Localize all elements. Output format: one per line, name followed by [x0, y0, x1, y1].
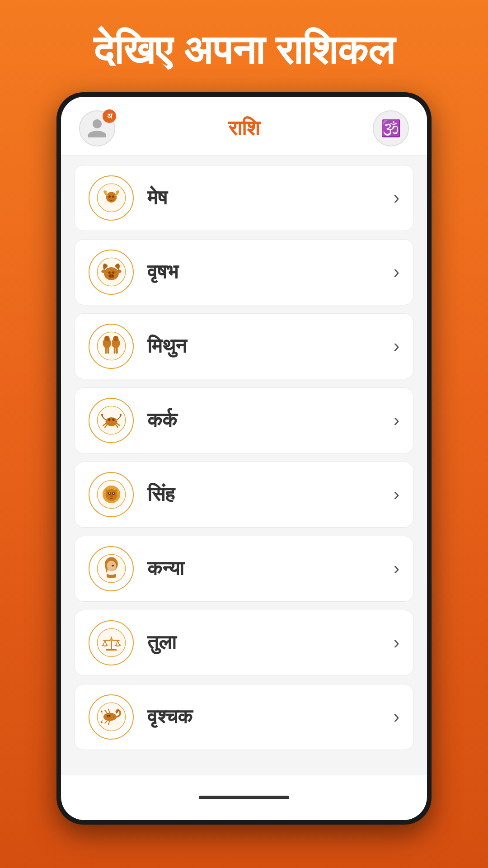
svg-point-57: [107, 715, 108, 717]
svg-point-10: [108, 274, 114, 278]
page-title: राशि: [228, 116, 260, 141]
svg-point-52: [103, 712, 116, 721]
svg-point-35: [109, 493, 110, 494]
rashi-icon-sinh: [89, 472, 134, 517]
chevron-vrishchak: ›: [394, 707, 399, 727]
svg-point-58: [108, 715, 110, 717]
svg-point-15: [104, 336, 109, 341]
rashi-icon-kark: [89, 398, 134, 443]
rashi-item-kark[interactable]: कर्क ›: [75, 387, 413, 453]
svg-rect-21: [116, 348, 117, 354]
rashi-item-tula[interactable]: तुला ›: [75, 610, 413, 676]
svg-point-1: [106, 192, 116, 203]
bottom-nav: [61, 775, 427, 820]
chevron-kanya: ›: [394, 558, 399, 579]
rashi-icon-kanya: [89, 546, 134, 591]
rashi-name-mithun: मिथुन: [147, 335, 380, 358]
svg-rect-44: [106, 649, 116, 651]
svg-point-40: [107, 561, 116, 571]
svg-point-2: [108, 195, 111, 198]
om-symbol: 🕉️: [381, 119, 401, 138]
rashi-item-kanya[interactable]: कन्या ›: [75, 536, 413, 602]
svg-point-13: [97, 332, 125, 360]
chevron-kark: ›: [394, 410, 399, 430]
svg-point-3: [112, 195, 114, 198]
svg-rect-19: [107, 348, 109, 354]
svg-point-37: [110, 495, 113, 497]
svg-point-50: [110, 638, 113, 642]
rashi-name-mesh: मेष: [147, 186, 380, 209]
top-bar: अ राशि 🕉️: [61, 97, 427, 156]
profile-button[interactable]: अ: [79, 110, 115, 146]
chevron-vrishabh: ›: [394, 262, 399, 282]
svg-point-12: [112, 275, 113, 277]
rashi-icon-mithun: [89, 324, 134, 369]
rashi-icon-vrishchak: [89, 694, 134, 740]
chevron-sinh: ›: [394, 484, 399, 505]
rashi-item-vrishabh[interactable]: वृषभ ›: [75, 239, 413, 305]
phone-screen: अ राशि 🕉️: [61, 97, 427, 820]
header-section: देखिए अपना राशिकल: [75, 0, 413, 92]
rashi-item-sinh[interactable]: सिंह ›: [75, 462, 413, 528]
svg-point-17: [113, 336, 118, 341]
om-button[interactable]: 🕉️: [373, 110, 409, 146]
rashi-icon-vrishabh: [89, 250, 134, 295]
svg-rect-18: [105, 348, 107, 354]
svg-point-24: [108, 419, 110, 421]
rashi-name-sinh: सिंह: [147, 483, 380, 506]
svg-point-7: [117, 269, 121, 273]
rashi-icon-mesh: [89, 175, 134, 221]
home-indicator: [199, 796, 289, 799]
rashi-item-mithun[interactable]: मिथुन ›: [75, 313, 413, 379]
profile-badge: अ: [103, 109, 116, 123]
chevron-mithun: ›: [394, 336, 399, 356]
rashi-name-kanya: कन्या: [147, 557, 380, 580]
svg-point-11: [109, 275, 111, 277]
svg-point-9: [112, 271, 115, 274]
svg-point-5: [104, 267, 119, 280]
rashi-item-mesh[interactable]: मेष ›: [75, 165, 413, 231]
chevron-tula: ›: [394, 632, 399, 653]
svg-point-25: [112, 419, 114, 421]
rashi-name-tula: तुला: [147, 631, 380, 654]
rashi-name-kark: कर्क: [147, 409, 380, 432]
svg-rect-20: [113, 348, 115, 354]
svg-point-36: [113, 493, 114, 494]
zodiac-list: मेष ›: [61, 156, 427, 775]
chevron-mesh: ›: [394, 188, 399, 208]
main-title: देखिए अपना राशिकल: [75, 0, 413, 92]
rashi-name-vrishchak: वृश्चक: [147, 705, 380, 728]
svg-point-6: [101, 269, 106, 273]
svg-point-8: [108, 271, 111, 274]
rashi-icon-tula: [89, 620, 134, 665]
svg-point-41: [112, 565, 114, 566]
rashi-item-vrishchak[interactable]: वृश्चक ›: [75, 684, 413, 750]
phone-frame: अ राशि 🕉️: [56, 92, 432, 825]
rashi-name-vrishabh: वृषभ: [147, 260, 380, 283]
